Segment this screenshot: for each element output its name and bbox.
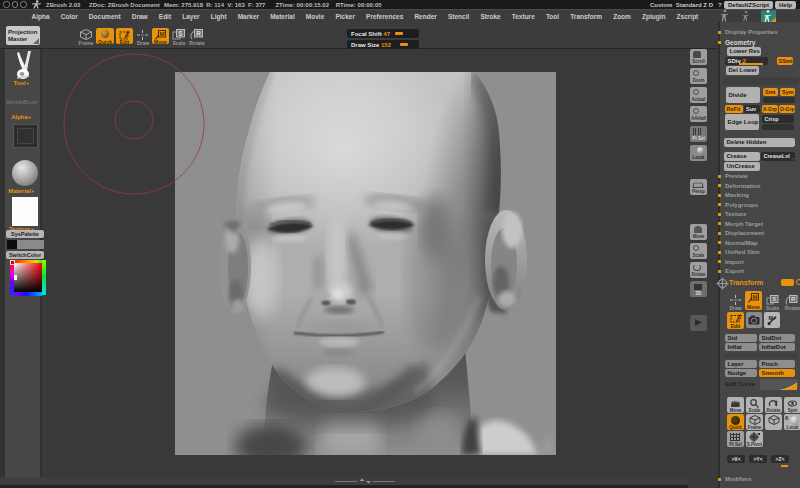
svg-text:M: M xyxy=(160,31,165,37)
svg-text:R: R xyxy=(791,296,796,302)
svg-text:S: S xyxy=(178,29,183,36)
svg-text:M: M xyxy=(753,294,758,300)
svg-text:R: R xyxy=(196,29,201,36)
svg-text:S: S xyxy=(772,296,776,302)
